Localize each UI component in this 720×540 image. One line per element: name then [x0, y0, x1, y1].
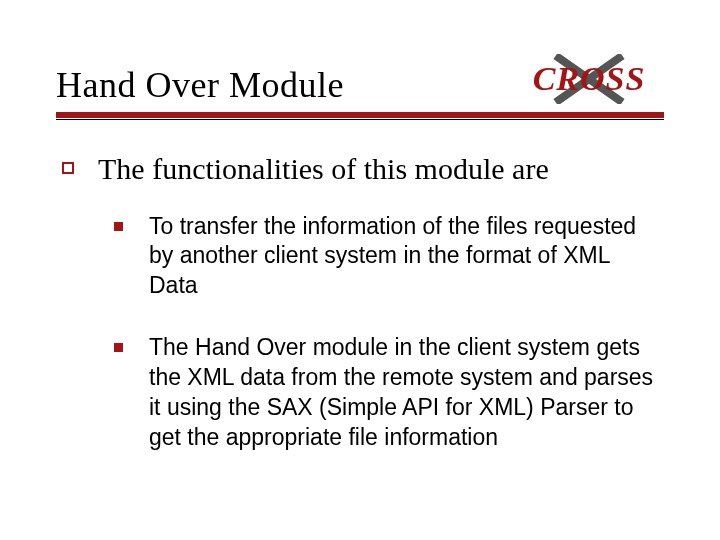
- cross-logo-icon: CROSS: [514, 54, 664, 104]
- logo: CROSS: [514, 54, 664, 104]
- logo-text: CROSS: [533, 60, 646, 97]
- title-underline: [56, 112, 664, 120]
- list-item: The Hand Over module in the client syste…: [114, 333, 664, 453]
- header-row: Hand Over Module CROSS: [56, 54, 664, 106]
- main-point-text: The functionalities of this module are: [98, 150, 549, 188]
- page-title: Hand Over Module: [56, 64, 344, 106]
- sub-point-text: The Hand Over module in the client syste…: [149, 333, 664, 453]
- slide: Hand Over Module CROSS The functionaliti…: [0, 0, 720, 540]
- rule-thick: [56, 112, 664, 118]
- sub-point-text: To transfer the information of the files…: [149, 212, 664, 302]
- sub-list: To transfer the information of the files…: [114, 212, 664, 453]
- bullet-outline-icon: [62, 162, 74, 174]
- rule-thin: [56, 119, 664, 120]
- content: The functionalities of this module are T…: [56, 150, 664, 453]
- bullet-fill-icon: [114, 222, 123, 231]
- bullet-fill-icon: [114, 343, 123, 352]
- list-item: The functionalities of this module are: [62, 150, 664, 188]
- list-item: To transfer the information of the files…: [114, 212, 664, 302]
